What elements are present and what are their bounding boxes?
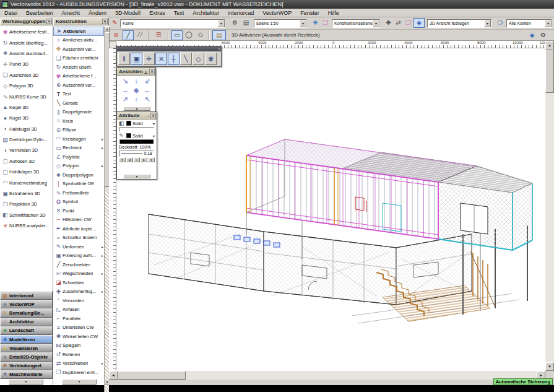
close-icon[interactable]: × xyxy=(150,113,156,118)
view-direction-button[interactable]: ↑ xyxy=(131,95,142,104)
view-direction-button[interactable]: → xyxy=(119,85,131,95)
palette-scrollbar[interactable]: ▲ ▼ xyxy=(104,27,109,392)
chevron-down-icon[interactable]: ▾ xyxy=(373,20,379,27)
viewport-icon[interactable]: ❒ xyxy=(321,19,330,28)
polygon-lasso-icon[interactable]: ◇ xyxy=(195,30,206,40)
toolset-category-button[interactable]: ✚ Verbindungsel. xyxy=(0,362,53,370)
pen-tool-icon[interactable]: ✎ xyxy=(110,19,119,28)
collapse-left-button[interactable]: ▼ xyxy=(9,379,43,385)
tool-item[interactable]: ┄ Hilfslinien CW xyxy=(53,216,104,225)
constraint-button[interactable]: ✕ xyxy=(155,53,167,65)
tool-item[interactable]: ❐ Duplizieren entl... xyxy=(53,368,104,377)
scale-dropdown[interactable]: Ebene 1:50 ▾ xyxy=(254,19,307,28)
tool-item[interactable]: ✛ Punkt 3D xyxy=(0,59,53,69)
tool-item[interactable]: ◠ Kreisbogen ▸ xyxy=(53,134,104,144)
chevron-down-icon[interactable]: ▾ xyxy=(545,20,552,27)
view-direction-button[interactable]: ◆ xyxy=(131,85,142,95)
tool-item[interactable]: ◪ Schneiden xyxy=(53,278,104,287)
chevron-down-icon[interactable]: ▾ xyxy=(153,121,155,126)
tool-item[interactable]: ∥ Doppelgerade xyxy=(53,108,104,117)
fill-style-row[interactable]: ◧ Solid ▾ xyxy=(117,120,157,127)
collapse-button[interactable]: ▼ xyxy=(123,174,150,178)
tool-item[interactable]: ↺ Rotieren xyxy=(53,350,104,359)
toolset-category-button[interactable]: ⌂ Architektur xyxy=(0,318,53,326)
toolset-category-button[interactable]: ◆ Detail/2D-Objekte xyxy=(0,352,53,361)
palette-title[interactable]: Ansichten ⊥ × xyxy=(117,68,155,76)
tool-item[interactable]: ≡ Unterteilen CW xyxy=(53,323,104,333)
vertical-scrollbar[interactable]: ▲ ▼ xyxy=(545,41,554,371)
tool-item[interactable]: ◗ Halbkugel 3D xyxy=(0,124,53,134)
view-direction-button[interactable]: ↓ xyxy=(131,76,142,85)
palette-title[interactable]: Konstruktion × xyxy=(53,17,109,25)
tool-item[interactable]: ◻ Auflösen 3D xyxy=(0,156,53,167)
tool-item[interactable]: ✾ Arbeitsebene festl... xyxy=(0,27,53,37)
line-weight-box[interactable]: 0,18 xyxy=(119,150,154,157)
tool-item[interactable]: ⋈ Spiegeln xyxy=(53,341,104,351)
tool-item[interactable]: ❐ Projektion 3D xyxy=(0,199,53,209)
interactive-mode-icon[interactable]: ▤ xyxy=(212,30,226,40)
line-mode-2-icon[interactable]: ╱╱ xyxy=(134,30,145,40)
render-mode-icon[interactable]: ◈ xyxy=(413,18,425,28)
view-icon[interactable]: ◈ xyxy=(527,31,537,40)
pan-icon[interactable]: ✥ xyxy=(384,19,393,28)
menu-item[interactable]: Datei xyxy=(0,10,22,16)
tool-item[interactable]: ◇ Polygon 3D xyxy=(0,81,53,91)
scroll-left-icon[interactable]: ◄ xyxy=(109,371,118,380)
edges-dropdown[interactable]: Alle Kanten ▾ xyxy=(506,19,552,28)
pen-color-swatch[interactable] xyxy=(126,133,131,138)
menu-item[interactable]: Ansicht xyxy=(58,10,85,16)
tool-item[interactable]: ✄ Wegschneiden ▸ xyxy=(53,269,104,279)
tool-item[interactable]: ◺ Anfasen xyxy=(53,305,104,315)
line-end-button[interactable]: ━ xyxy=(134,157,141,162)
tool-item[interactable]: ✾ Arbeitsebene f... xyxy=(53,72,104,81)
navigate-class-icon[interactable]: ❖ xyxy=(311,19,320,28)
toolset-category-button[interactable]: ◉ VectorWOP xyxy=(0,300,53,308)
saved-views-icon[interactable]: ▤ xyxy=(241,19,251,28)
snap-grid-icon[interactable]: ⊞ xyxy=(152,30,165,40)
tool-item[interactable]: ▣ Fixierung aufh... ▸ xyxy=(53,251,104,261)
tool-item[interactable]: ◈ Doppelpolygon xyxy=(53,170,104,180)
view-direction-button[interactable]: ← xyxy=(142,85,153,95)
pen-style-row[interactable]: ✎ Solid ▾ xyxy=(117,132,157,139)
tool-item[interactable]: ▭ Rechteck ▸ xyxy=(53,144,104,153)
tool-item[interactable]: ◠ Kurvenverbindung xyxy=(0,177,53,188)
horizontal-scrollbar[interactable]: ◄ ► xyxy=(109,371,545,380)
tool-item[interactable]: ↻ Ansicht überflieg... xyxy=(0,37,53,48)
close-icon[interactable]: × xyxy=(218,46,220,51)
tool-item[interactable]: ▣ Extrahieren 3D xyxy=(0,188,53,199)
constraint-button[interactable]: ┼ xyxy=(168,53,180,65)
tool-item[interactable]: ↻ Ansicht überfl. xyxy=(53,63,104,72)
chevron-down-icon[interactable]: ▾ xyxy=(300,20,306,27)
fill-color-swatch[interactable] xyxy=(126,121,131,126)
constraints-titlebar[interactable]: × xyxy=(117,46,221,51)
scroll-up-icon[interactable]: ▲ xyxy=(105,27,110,32)
palette-title[interactable]: Werkzeuggruppen × xyxy=(0,17,53,25)
layer-dropdown[interactable]: Konstruktionsebene ▾ xyxy=(332,19,380,28)
gear-icon[interactable]: ⚙ xyxy=(230,19,240,28)
tool-item[interactable]: ❖ Ansicht durchlauf... xyxy=(0,48,53,59)
close-icon[interactable]: × xyxy=(46,19,52,24)
tool-item[interactable]: ✧ Ähnliches aktiv... xyxy=(53,36,104,45)
menu-item[interactable]: Ändern xyxy=(84,10,111,16)
collapse-button[interactable]: ▼ xyxy=(123,107,150,111)
constraint-button[interactable]: ◇ xyxy=(193,53,204,65)
toolset-category-button[interactable]: ▦ interiorcad xyxy=(0,291,53,300)
menu-item[interactable]: VectorWOP xyxy=(258,10,296,16)
tool-item[interactable]: ➤ Aktivieren xyxy=(53,27,104,36)
menu-item[interactable]: Fenster xyxy=(296,10,324,16)
menu-item[interactable]: Bearbeiten xyxy=(22,10,58,16)
tool-item[interactable]: ✥ Ausschnitt ver... xyxy=(53,45,104,54)
tool-item[interactable]: ✳ NURBS analysier... xyxy=(0,220,53,231)
view-direction-button[interactable]: ↙ xyxy=(142,76,153,85)
toolset-category-button[interactable]: ♣ Landschaft xyxy=(0,326,53,335)
tool-item[interactable]: ✒ Attribute kopie... xyxy=(53,224,104,233)
scroll-up-icon[interactable]: ▲ xyxy=(545,41,554,50)
tool-item[interactable]: ❏ Flächen ermitteln xyxy=(53,54,104,63)
marquee-mode-icon[interactable]: ▭ xyxy=(171,30,183,40)
menu-item[interactable]: 3D-Modell xyxy=(111,10,145,16)
globe-icon[interactable]: ❍ xyxy=(495,19,504,28)
scroll-down-icon[interactable]: ▼ xyxy=(545,362,554,371)
class-dropdown[interactable]: Keine ▾ xyxy=(120,19,225,28)
view-direction-button[interactable]: ↖ xyxy=(142,95,153,104)
tool-item[interactable]: ∿ Freihandlinie xyxy=(53,188,104,198)
